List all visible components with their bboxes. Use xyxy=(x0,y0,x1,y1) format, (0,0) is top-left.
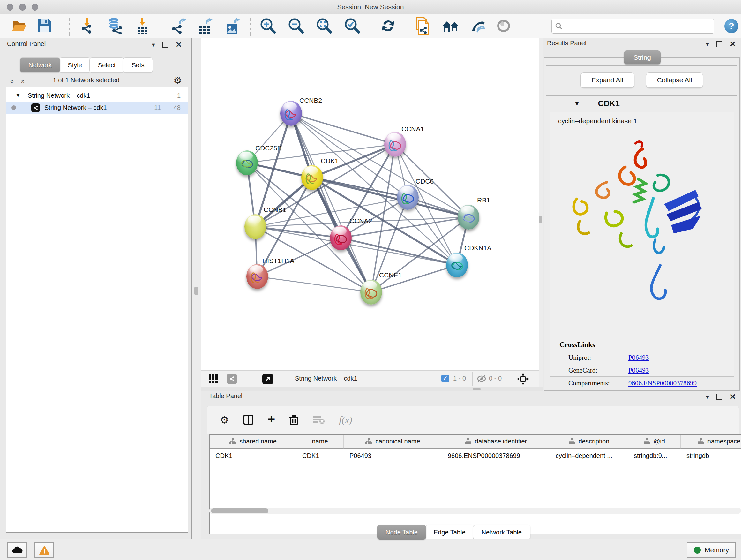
zoom-out-button[interactable] xyxy=(286,16,306,36)
zoom-fit-button[interactable] xyxy=(315,16,334,36)
panel-close-icon[interactable]: ✕ xyxy=(730,40,736,49)
crosslink-link[interactable]: 9606.ENSP00000378699 xyxy=(628,379,697,387)
open-in-window-icon[interactable] xyxy=(262,374,273,384)
show-view-button[interactable] xyxy=(494,16,513,36)
table-cell[interactable]: P06493 xyxy=(344,449,442,462)
node-CDKN1A[interactable] xyxy=(446,253,468,277)
export-network-button[interactable] xyxy=(169,16,188,36)
tab-select[interactable]: Select xyxy=(89,57,125,73)
panel-float-icon[interactable] xyxy=(162,42,169,48)
table-settings-gear-icon[interactable]: ⚙ xyxy=(220,414,229,426)
tab-edge-table[interactable]: Edge Table xyxy=(425,524,474,540)
panel-float-icon[interactable] xyxy=(716,41,723,47)
column-header--id[interactable]: @id xyxy=(628,435,681,449)
panel-float-icon[interactable] xyxy=(716,394,723,400)
tab-node-table[interactable]: Node Table xyxy=(377,524,426,540)
edge-HIST1H1A-CCNE1[interactable] xyxy=(257,276,371,292)
column-header-canonical-name[interactable]: canonical name xyxy=(344,435,442,449)
import-table-button[interactable] xyxy=(133,16,152,36)
node-CDC25B[interactable] xyxy=(236,150,258,175)
node-CCNB2[interactable] xyxy=(280,101,302,126)
export-table-button[interactable] xyxy=(196,16,215,36)
panel-close-icon[interactable]: ✕ xyxy=(730,392,736,401)
warnings-button[interactable] xyxy=(35,543,54,558)
tab-style[interactable]: Style xyxy=(59,57,90,73)
edge-CCNB2-CDKN1A[interactable] xyxy=(291,113,457,265)
import-network-database-button[interactable] xyxy=(105,16,125,36)
table-cell[interactable]: 9606.ENSP00000378699 xyxy=(442,449,550,462)
memory-button[interactable]: Memory xyxy=(687,543,736,558)
panel-menu-icon[interactable]: ▾ xyxy=(152,41,155,49)
node-CDK1[interactable] xyxy=(301,165,323,190)
edge-CCNB2-CCNA1[interactable] xyxy=(291,113,395,144)
network-row-selected[interactable]: String Network – cdk1 11 48 xyxy=(6,102,188,114)
export-image-button[interactable] xyxy=(223,16,243,36)
show-columns-icon[interactable] xyxy=(243,415,254,425)
column-header-namespace[interactable]: namespace xyxy=(681,435,741,449)
add-column-icon[interactable]: + xyxy=(268,412,275,426)
table-horizontal-scrollbar[interactable] xyxy=(209,508,741,514)
right-splitter[interactable] xyxy=(539,38,542,391)
node-CDC6[interactable] xyxy=(397,185,419,210)
import-network-file-button[interactable] xyxy=(78,16,97,36)
table-cell[interactable]: stringdb:9... xyxy=(628,449,681,462)
table-cell[interactable]: stringdb xyxy=(681,449,741,462)
right-splitter-handle[interactable] xyxy=(539,216,542,224)
hide-unhide-button[interactable] xyxy=(468,16,488,36)
crosslink-link[interactable]: P06493 xyxy=(628,367,649,374)
save-session-button[interactable] xyxy=(35,16,54,36)
network-canvas[interactable]: CCNB2CCNA1CDC25BCDK1CDC6RB1CCNB1CCNA2CDK… xyxy=(201,38,539,370)
cloud-status-button[interactable] xyxy=(7,543,27,558)
panel-close-icon[interactable]: ✕ xyxy=(176,40,182,49)
node-details-header[interactable]: ▼ CDK1 xyxy=(546,96,737,111)
grid-view-icon[interactable] xyxy=(208,374,218,385)
search-field[interactable] xyxy=(551,19,714,34)
node-CCNE1[interactable] xyxy=(360,280,382,305)
crosslink-link[interactable]: P06493 xyxy=(628,354,649,362)
expand-all-button[interactable]: Expand All xyxy=(581,72,634,88)
node-table[interactable]: shared namenamecanonical namedatabase id… xyxy=(209,434,741,534)
column-header-name[interactable]: name xyxy=(296,435,344,449)
table-cell[interactable]: CDK1 xyxy=(296,449,344,462)
edge-CCNB2-RB1[interactable] xyxy=(291,113,468,217)
search-input[interactable] xyxy=(566,20,711,32)
tab-network[interactable]: Network xyxy=(20,57,60,73)
column-header-database-identifier[interactable]: database identifier xyxy=(442,435,550,449)
copy-network-button[interactable] xyxy=(413,16,432,36)
panel-menu-icon[interactable]: ▾ xyxy=(706,393,709,401)
node-CCNA2[interactable] xyxy=(330,226,352,250)
fit-content-crosshair-icon[interactable] xyxy=(517,373,529,386)
edge-CCNA2-CDKN1A[interactable] xyxy=(341,238,457,265)
string-badge-icon[interactable] xyxy=(226,374,237,384)
zoom-selected-button[interactable] xyxy=(343,16,362,36)
network-options-gear-icon[interactable]: ⚙ xyxy=(173,75,182,86)
open-session-button[interactable] xyxy=(10,16,29,36)
scrollbar-thumb[interactable] xyxy=(211,508,268,513)
node-HIST1H1A[interactable] xyxy=(246,264,268,289)
delete-column-trash-icon[interactable] xyxy=(289,415,299,425)
column-header-shared-name[interactable]: shared name xyxy=(210,435,296,449)
collapse-all-button[interactable]: Collapse All xyxy=(646,72,703,88)
edge-CCNB2-CCNE1[interactable] xyxy=(291,113,371,292)
zoom-in-button[interactable] xyxy=(259,16,278,36)
hidden-eye-icon[interactable] xyxy=(477,374,486,384)
selected-checkbox-icon[interactable]: ✓ xyxy=(441,374,449,382)
home-view-button[interactable] xyxy=(441,16,460,36)
function-builder-icon[interactable]: f(x) xyxy=(339,415,352,425)
collection-expander-icon[interactable]: ▼ xyxy=(15,92,21,99)
table-cell[interactable]: CDK1 xyxy=(210,449,296,462)
column-header-description[interactable]: description xyxy=(550,435,628,449)
collapse-section-icon[interactable]: ▼ xyxy=(574,100,580,107)
network-collection-row[interactable]: ▼ String Network – cdk1 1 xyxy=(6,89,188,102)
panel-menu-icon[interactable]: ▾ xyxy=(706,40,709,48)
tab-network-table[interactable]: Network Table xyxy=(473,524,530,540)
help-button[interactable]: ? xyxy=(724,19,738,33)
left-splitter-handle[interactable] xyxy=(194,287,198,295)
tab-sets[interactable]: Sets xyxy=(123,57,153,73)
table-cell[interactable]: cyclin–dependent ... xyxy=(550,449,628,462)
node-CCNA1[interactable] xyxy=(384,132,406,157)
horizontal-splitter-handle[interactable] xyxy=(473,388,481,390)
node-CCNB1[interactable] xyxy=(245,214,266,239)
node-RB1[interactable] xyxy=(458,205,479,230)
delete-table-icon[interactable] xyxy=(313,415,325,425)
